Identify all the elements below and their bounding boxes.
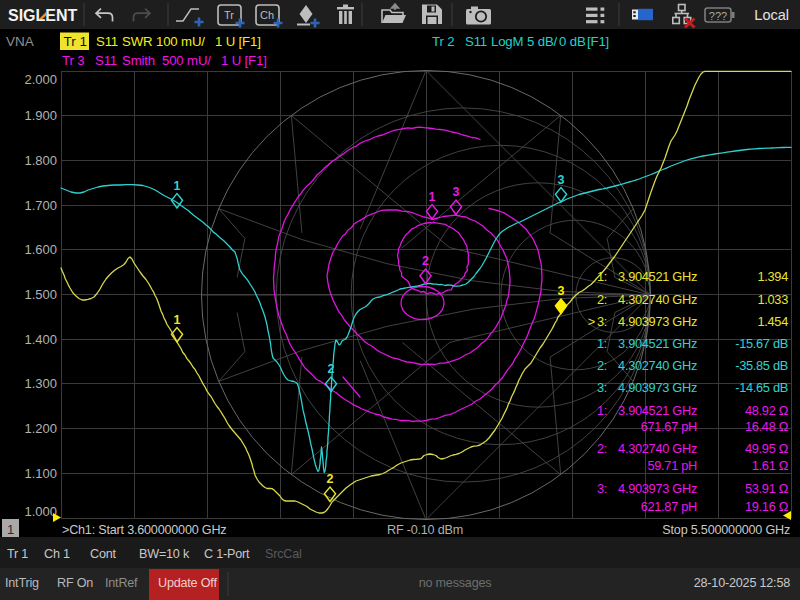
svg-text:3.904521 GHz: 3.904521 GHz: [618, 403, 697, 418]
svg-text:BW=10 k: BW=10 k: [139, 547, 190, 561]
svg-text:2: 2: [328, 362, 335, 376]
svg-text:Stop 5.500000000 GHz: Stop 5.500000000 GHz: [662, 523, 790, 537]
svg-text:Ch: Ch: [260, 9, 274, 21]
svg-text:59.71 pH: 59.71 pH: [647, 458, 697, 473]
svg-text:19.16 Ω: 19.16 Ω: [745, 499, 789, 514]
svg-text:1.200: 1.200: [24, 421, 57, 436]
svg-text:-14.65 dB: -14.65 dB: [735, 380, 788, 395]
svg-text:1:: 1:: [597, 269, 607, 284]
svg-text:2:: 2:: [597, 358, 607, 373]
svg-text:16.48 Ω: 16.48 Ω: [745, 419, 789, 434]
svg-text:RF On: RF On: [57, 576, 93, 590]
svg-text:Ch 1: Ch 1: [44, 547, 70, 561]
svg-text:no messages: no messages: [419, 576, 492, 590]
svg-text:1: 1: [429, 190, 436, 204]
svg-text:53.91 Ω: 53.91 Ω: [745, 481, 789, 496]
svg-text:Local: Local: [754, 7, 789, 23]
svg-text:1.900: 1.900: [24, 108, 57, 123]
svg-text:621.87 pH: 621.87 pH: [641, 499, 697, 514]
svg-text:2.000: 2.000: [24, 72, 57, 87]
svg-text:1: 1: [7, 522, 14, 537]
svg-text:4.903973 GHz: 4.903973 GHz: [618, 380, 697, 395]
svg-text:Update Off: Update Off: [158, 576, 217, 590]
svg-text:3.904521 GHz: 3.904521 GHz: [618, 269, 697, 284]
svg-text:VNA: VNA: [6, 34, 34, 49]
svg-text:>Ch1: Start 3.600000000 GHz: >Ch1: Start 3.600000000 GHz: [62, 523, 226, 537]
svg-text:1.61 Ω: 1.61 Ω: [752, 458, 789, 473]
svg-text:3:: 3:: [597, 314, 607, 329]
svg-text:2: 2: [422, 254, 429, 268]
svg-text:1.033: 1.033: [757, 292, 788, 307]
svg-text:1.400: 1.400: [24, 332, 57, 347]
svg-text:1.700: 1.700: [24, 198, 57, 213]
svg-text:4.903973 GHz: 4.903973 GHz: [618, 481, 697, 496]
svg-text:Tr 1: Tr 1: [7, 547, 28, 561]
svg-text:C 1-Port: C 1-Port: [204, 547, 250, 561]
svg-text:4.302740 GHz: 4.302740 GHz: [618, 358, 697, 373]
svg-text:Cont: Cont: [90, 547, 117, 561]
svg-text:1:: 1:: [597, 336, 607, 351]
svg-text:RF -0.10 dBm: RF -0.10 dBm: [387, 523, 463, 537]
svg-text:4.302740 GHz: 4.302740 GHz: [618, 441, 697, 456]
svg-text:Tr 1: Tr 1: [64, 34, 88, 49]
svg-text:3:: 3:: [597, 481, 607, 496]
svg-text:-15.67 dB: -15.67 dB: [735, 336, 788, 351]
svg-text:1.454: 1.454: [757, 314, 788, 329]
svg-text:???: ???: [709, 10, 727, 22]
svg-text:SIGLENT: SIGLENT: [8, 7, 78, 24]
svg-text:-35.85 dB: -35.85 dB: [735, 358, 788, 373]
svg-text:1.394: 1.394: [757, 269, 788, 284]
svg-text:4.302740 GHz: 4.302740 GHz: [618, 292, 697, 307]
svg-text:2:: 2:: [597, 441, 607, 456]
svg-text:SrcCal: SrcCal: [265, 547, 302, 561]
svg-text:1: 1: [174, 313, 181, 327]
svg-text:1.000: 1.000: [24, 504, 57, 519]
svg-text:3.904521 GHz: 3.904521 GHz: [618, 336, 697, 351]
svg-text:1.600: 1.600: [24, 242, 57, 257]
svg-text:IntRef: IntRef: [105, 576, 138, 590]
svg-text:1:: 1:: [597, 403, 607, 418]
svg-text:49.95 Ω: 49.95 Ω: [745, 441, 789, 456]
svg-text:1.500: 1.500: [24, 287, 57, 302]
svg-text:3: 3: [558, 284, 565, 298]
svg-text:2:: 2:: [597, 292, 607, 307]
svg-text:2: 2: [327, 472, 334, 486]
svg-text:IntTrig: IntTrig: [5, 576, 39, 590]
svg-text:28-10-2025 12:58: 28-10-2025 12:58: [694, 576, 790, 590]
svg-text:1.300: 1.300: [24, 376, 57, 391]
svg-text:3: 3: [558, 173, 565, 187]
svg-text:>: >: [588, 314, 595, 329]
svg-text:3: 3: [453, 185, 460, 199]
svg-text:1.800: 1.800: [24, 153, 57, 168]
svg-text:48.92 Ω: 48.92 Ω: [745, 403, 789, 418]
svg-text:671.67 pH: 671.67 pH: [641, 419, 697, 434]
svg-text:1.100: 1.100: [24, 466, 57, 481]
svg-text:4.903973 GHz: 4.903973 GHz: [618, 314, 697, 329]
svg-text:1: 1: [174, 179, 181, 193]
svg-text:Tr: Tr: [224, 9, 234, 21]
svg-text:3:: 3:: [597, 380, 607, 395]
